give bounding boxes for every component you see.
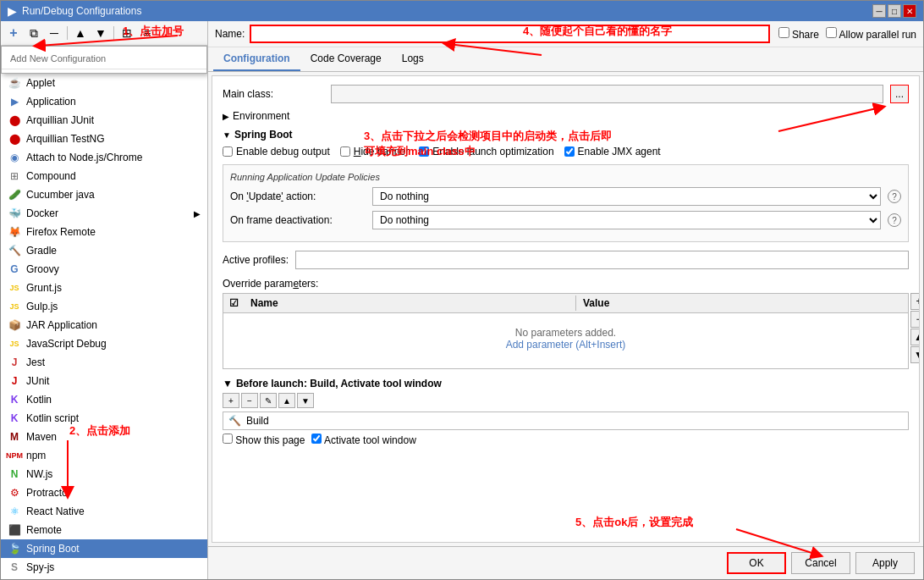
list-item-docker[interactable]: 🐳 Docker ▶ bbox=[1, 204, 207, 223]
list-item-arquillian-junit[interactable]: ⬤ Arquillian JUnit bbox=[1, 111, 207, 130]
activate-tool-checkbox[interactable] bbox=[311, 434, 322, 444]
active-profiles-input[interactable] bbox=[295, 251, 909, 269]
list-item-gulpjs[interactable]: JS Gulp.js bbox=[1, 297, 207, 316]
allow-parallel-label[interactable]: Allow parallel run bbox=[826, 27, 916, 41]
table-up-btn[interactable]: ▲ bbox=[910, 329, 920, 345]
share-checkbox[interactable] bbox=[778, 27, 789, 38]
sort-button[interactable]: ≡ bbox=[138, 24, 157, 42]
minimize-button[interactable]: ─ bbox=[872, 4, 886, 18]
table-add-btn[interactable]: + bbox=[910, 293, 920, 310]
list-item-jar[interactable]: 📦 JAR Application bbox=[1, 316, 207, 334]
junit-icon: J bbox=[8, 374, 21, 388]
table-name-col: Name bbox=[244, 296, 576, 311]
list-item-cucumber[interactable]: 🥒 Cucumber java bbox=[1, 185, 207, 204]
list-item-firefox[interactable]: 🦊 Firefox Remote bbox=[1, 223, 207, 241]
enable-debug-label[interactable]: Enable debug output bbox=[223, 146, 330, 157]
list-item-spy-js-node[interactable]: S Spy-js for Node.js bbox=[1, 577, 207, 579]
title-bar: ▶ Run/Debug Configurations ─ □ ✕ bbox=[1, 1, 923, 21]
before-remove-btn[interactable]: − bbox=[241, 393, 258, 408]
hide-banner-checkbox[interactable] bbox=[340, 146, 350, 157]
ok-button[interactable]: OK bbox=[727, 552, 786, 574]
kotlin-icon: K bbox=[8, 393, 21, 406]
list-item-gradle[interactable]: 🔨 Gradle bbox=[1, 241, 207, 260]
before-up-btn[interactable]: ▲ bbox=[278, 393, 295, 408]
environment-section[interactable]: ▶ Environment bbox=[223, 110, 909, 122]
enable-jmx-checkbox[interactable] bbox=[564, 146, 575, 157]
js-debug-icon: JS bbox=[8, 337, 21, 351]
list-item-spring-boot[interactable]: 🍃 Spring Boot bbox=[1, 539, 207, 558]
main-class-browse-button[interactable]: ... bbox=[890, 85, 909, 103]
tab-configuration[interactable]: Configuration bbox=[213, 47, 300, 71]
allow-parallel-checkbox[interactable] bbox=[826, 27, 837, 38]
before-add-btn[interactable]: + bbox=[223, 393, 239, 408]
list-item-react-native[interactable]: ⚛ React Native bbox=[1, 502, 207, 521]
tab-code-coverage[interactable]: Code Coverage bbox=[300, 47, 392, 71]
enable-jmx-label[interactable]: Enable JMX agent bbox=[564, 146, 661, 157]
main-content: + ⧉ ─ ▲ ▼ ⊞ ≡ Add New Configuration ☕ Ap… bbox=[1, 21, 923, 579]
table-remove-btn[interactable]: − bbox=[910, 311, 920, 328]
cucumber-icon: 🥒 bbox=[8, 188, 21, 202]
maven-icon: M bbox=[8, 430, 21, 444]
list-item-spy-js[interactable]: S Spy-js bbox=[1, 558, 207, 577]
applet-icon: ☕ bbox=[8, 76, 21, 90]
list-item-arquillian-testng[interactable]: ⬤ Arquillian TestNG bbox=[1, 130, 207, 148]
maximize-button[interactable]: □ bbox=[888, 4, 901, 18]
move-up-button[interactable]: ▲ bbox=[71, 24, 90, 42]
filter-button[interactable]: ⊞ bbox=[118, 24, 136, 42]
spring-boot-icon: 🍃 bbox=[8, 542, 21, 555]
enable-launch-checkbox[interactable] bbox=[419, 146, 429, 157]
before-edit-btn[interactable]: ✎ bbox=[260, 393, 277, 408]
before-down-btn[interactable]: ▼ bbox=[297, 393, 314, 408]
protractor-icon: ⚙ bbox=[8, 486, 21, 500]
delete-config-button[interactable]: ─ bbox=[45, 24, 63, 42]
table-down-btn[interactable]: ▼ bbox=[910, 346, 920, 363]
list-item-compound[interactable]: ⊞ Compound bbox=[1, 167, 207, 185]
list-item-label: JAR Application bbox=[26, 319, 97, 331]
add-config-button[interactable]: + bbox=[4, 24, 23, 42]
before-launch-toggle[interactable]: ▼ bbox=[223, 378, 233, 389]
activate-tool-label[interactable]: Activate tool window bbox=[311, 434, 415, 446]
top-checkboxes: Share Allow parallel run bbox=[778, 27, 916, 41]
hide-banner-label[interactable]: Hide banner bbox=[340, 146, 409, 157]
share-label: Share bbox=[792, 29, 819, 41]
list-item-junit[interactable]: J JUnit bbox=[1, 372, 207, 390]
on-frame-help-icon[interactable]: ? bbox=[888, 213, 901, 227]
jest-icon: J bbox=[8, 356, 21, 369]
list-item-kotlin[interactable]: K Kotlin bbox=[1, 390, 207, 409]
name-input[interactable] bbox=[250, 25, 769, 43]
enable-debug-checkbox[interactable] bbox=[223, 146, 233, 157]
list-item-remote[interactable]: ⬛ Remote bbox=[1, 521, 207, 539]
add-param-link[interactable]: Add parameter (Alt+Insert) bbox=[506, 339, 626, 351]
list-item-applet[interactable]: ☕ Applet bbox=[1, 74, 207, 92]
on-frame-select[interactable]: Do nothing bbox=[372, 211, 881, 229]
share-checkbox-label[interactable]: Share bbox=[778, 27, 819, 41]
list-item-gruntjs[interactable]: JS Grunt.js bbox=[1, 279, 207, 297]
apply-button[interactable]: Apply bbox=[855, 552, 915, 574]
cancel-button[interactable]: Cancel bbox=[791, 552, 850, 574]
show-page-checkbox[interactable] bbox=[223, 434, 233, 444]
enable-launch-label[interactable]: Enable launch optimization bbox=[419, 146, 553, 157]
list-item-npm[interactable]: NPM npm bbox=[1, 446, 207, 465]
move-down-button[interactable]: ▼ bbox=[91, 24, 110, 42]
list-item-maven[interactable]: M Maven bbox=[1, 428, 207, 446]
list-item-kotlin-script[interactable]: K Kotlin script bbox=[1, 409, 207, 428]
list-item-jest[interactable]: J Jest bbox=[1, 353, 207, 372]
list-item-protractor[interactable]: ⚙ Protractor bbox=[1, 483, 207, 502]
list-item-label: npm bbox=[26, 450, 46, 461]
copy-config-button[interactable]: ⧉ bbox=[25, 24, 43, 42]
attach-nodejs-icon: ◉ bbox=[8, 151, 21, 164]
list-item-nwjs[interactable]: N NW.js bbox=[1, 465, 207, 483]
list-item-application[interactable]: ▶ Application bbox=[1, 92, 207, 111]
on-update-select[interactable]: Do nothing bbox=[372, 187, 881, 206]
list-item-js-debug[interactable]: JS JavaScript Debug bbox=[1, 334, 207, 353]
tab-logs[interactable]: Logs bbox=[392, 47, 434, 71]
list-item-groovy[interactable]: G Groovy bbox=[1, 260, 207, 279]
close-button[interactable]: ✕ bbox=[903, 4, 916, 18]
show-page-label[interactable]: Show this page bbox=[223, 434, 305, 446]
on-update-help-icon[interactable]: ? bbox=[888, 190, 901, 203]
list-item-attach-nodejs[interactable]: ◉ Attach to Node.js/Chrome bbox=[1, 148, 207, 167]
list-item-label: Arquillian JUnit bbox=[26, 114, 94, 126]
main-class-input[interactable] bbox=[331, 85, 883, 103]
spring-boot-toggle[interactable]: ▼ bbox=[223, 130, 231, 140]
before-launch-section: ▼ Before launch: Build, Activate tool wi… bbox=[223, 378, 909, 446]
